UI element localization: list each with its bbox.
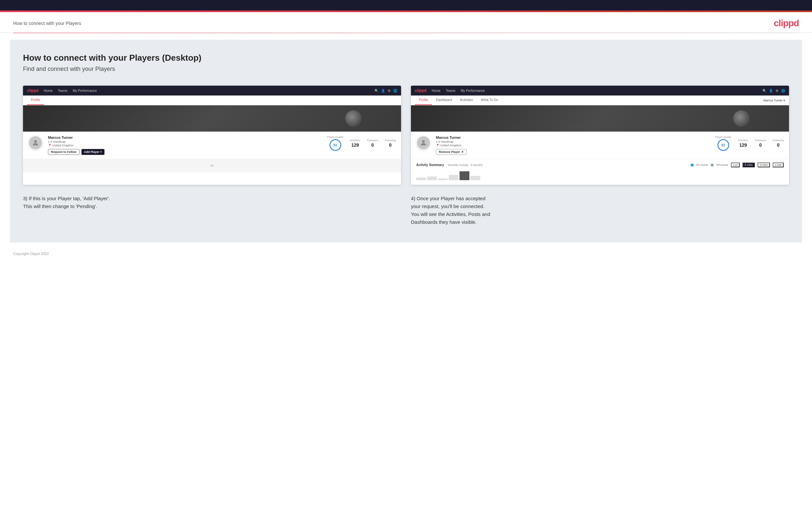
stat-activities-right: Activities 129 [738, 139, 748, 148]
mock-app-right: clippd Home Teams My Performance 🔍 👤 ⚙ 🌐… [411, 86, 789, 185]
player-location-left: 📍 United Kingdom [48, 144, 322, 147]
stat-activities-left: Activities 129 [350, 139, 360, 148]
banner-circle-right [733, 110, 750, 127]
filter-6mths-button[interactable]: 6 mths [742, 162, 755, 167]
svg-point-0 [34, 140, 37, 143]
legend-oncourse-dot [691, 164, 694, 166]
clippd-logo-main: clippd [774, 18, 799, 29]
page-header: How to connect with your Players clippd [0, 12, 812, 33]
stat-following-label-left: Following [385, 139, 396, 142]
user-icon-right: 👤 [769, 89, 773, 93]
description-left-line2: This will then change to 'Pending'. [23, 204, 97, 209]
avatar-left [28, 135, 43, 150]
screenshot-left: clippd Home Teams My Performance 🔍 👤 ⚙ 🌐… [23, 86, 401, 185]
mock-nav-teams-right: Teams [446, 89, 455, 93]
settings-icon-right: ⚙ [775, 89, 778, 93]
mock-nav-performance-left: My Performance [72, 89, 97, 93]
screenshot-right: clippd Home Teams My Performance 🔍 👤 ⚙ 🌐… [411, 86, 789, 185]
mock-nav-home-right: Home [432, 89, 441, 93]
mock-logo-right: clippd [415, 88, 426, 93]
mock-chart-area [416, 170, 784, 181]
filter-3mths-button[interactable]: 3 mths [757, 162, 770, 167]
chart-bar-3 [438, 178, 448, 180]
mock-buttons-left: Request to Follow Add Player + [48, 149, 322, 155]
tab-what-to-on-right[interactable]: What To On [477, 96, 502, 105]
main-heading: How to connect with your Players (Deskto… [23, 53, 789, 63]
mock-nav-teams-left: Teams [58, 89, 67, 93]
stat-following-label-right: Following [773, 139, 784, 142]
mock-nav-home-left: Home [44, 89, 53, 93]
mock-profile-section-right: Marcus Turner 1-5 Handicap 📍 United King… [411, 131, 789, 159]
description-right-line3: You will see the Activities, Posts and [411, 211, 490, 217]
legend-offcourse-dot [711, 164, 713, 166]
top-bar [0, 0, 812, 10]
globe-icon-right: 🌐 [781, 89, 785, 93]
quality-circle-right: 92 [717, 139, 729, 151]
chart-bar-4 [449, 175, 459, 180]
player-name-right: Marcus Turner [436, 135, 710, 139]
request-follow-button[interactable]: Request to Follow [48, 149, 80, 155]
mock-tabs-left-group: Profile Dashboard Activities What To On [415, 96, 502, 105]
activity-filters: On course Off course 1 yr 6 mths 3 mths … [691, 162, 784, 167]
mock-app-left: clippd Home Teams My Performance 🔍 👤 ⚙ 🌐… [23, 86, 401, 172]
dropdown-chevron-icon: ▾ [783, 99, 785, 102]
stat-activities-label-left: Activities [350, 139, 360, 142]
search-icon-right: 🔍 [762, 89, 766, 93]
banner-circle-left [345, 110, 362, 127]
descriptions-row: 3) If this is your Player tap, 'Add Play… [23, 194, 789, 226]
add-player-button[interactable]: Add Player + [82, 149, 105, 155]
activity-subtitle: Monthly Activity · 6 Months [448, 163, 483, 167]
page-footer: Copyright Clippd 2022 [0, 249, 812, 258]
stat-following-left: Following 0 [385, 139, 396, 148]
mock-navbar-right: clippd Home Teams My Performance 🔍 👤 ⚙ 🌐 [411, 86, 789, 96]
mock-tabs-right: Profile Dashboard Activities What To On … [411, 96, 789, 105]
mock-activity: Activity Summary Monthly Activity · 6 Mo… [411, 159, 789, 185]
edit-icon-left: ✏ [210, 163, 214, 168]
chart-bar-6 [470, 176, 480, 180]
stat-activities-label-right: Activities [738, 139, 748, 142]
activity-title: Activity Summary [416, 163, 444, 167]
globe-icon-left: 🌐 [393, 89, 397, 93]
mock-logo-left: clippd [27, 88, 39, 93]
description-right-line2: your request, you'll be connected. [411, 204, 485, 209]
stat-followers-label-right: Followers [755, 139, 766, 142]
quality-wrapper-right: Player Quality 92 [715, 135, 731, 151]
stat-activities-value-left: 129 [350, 143, 360, 148]
quality-label-right: Player Quality [715, 135, 731, 138]
mock-tabs-left: Profile [23, 96, 401, 105]
header-divider [13, 33, 799, 33]
user-icon-left: 👤 [381, 89, 385, 93]
main-subheading: Find and connect with your Players [23, 66, 789, 72]
activity-header: Activity Summary Monthly Activity · 6 Mo… [416, 162, 784, 167]
profile-info-left: Marcus Turner 1-5 Handicap 📍 United King… [48, 135, 322, 155]
player-handicap-left: 1-5 Handicap [48, 140, 322, 144]
quality-wrapper-left: Player Quality 92 [327, 135, 344, 151]
stat-following-right: Following 0 [773, 139, 784, 148]
tab-activities-right[interactable]: Activities [456, 96, 476, 105]
player-name-left: Marcus Turner [48, 135, 322, 139]
tab-profile-left[interactable]: Profile [27, 96, 44, 105]
main-content: How to connect with your Players (Deskto… [10, 40, 802, 242]
mock-nav-performance-right: My Performance [461, 89, 485, 93]
mock-banner-right [411, 105, 789, 131]
chart-bar-1 [416, 177, 426, 180]
chart-bar-2 [427, 177, 437, 180]
user-dropdown-right[interactable]: Marcus Turner ▾ [763, 99, 785, 102]
filter-1mth-button[interactable]: 1 mth [773, 162, 784, 167]
tab-profile-right[interactable]: Profile [415, 96, 432, 105]
description-right: 4) Once your Player has accepted your re… [411, 194, 789, 226]
stat-followers-label-left: Followers [367, 139, 378, 142]
mock-stats-right: Player Quality 92 Activities 129 Followe… [715, 135, 784, 151]
stat-following-value-left: 0 [385, 143, 396, 148]
mock-stats-left: Player Quality 92 Activities 129 Followe… [327, 135, 396, 151]
legend-offcourse-label: Off course [716, 163, 728, 166]
tab-dashboard-right[interactable]: Dashboard [432, 96, 456, 105]
mock-nav-icons-left: 🔍 👤 ⚙ 🌐 [374, 89, 397, 93]
remove-player-button[interactable]: Remove Player ✕ [436, 149, 467, 155]
player-location-right: 📍 United Kingdom [436, 144, 710, 147]
footer-text: Copyright Clippd 2022 [13, 252, 49, 256]
stat-following-value-right: 0 [773, 143, 784, 148]
filter-1yr-button[interactable]: 1 yr [731, 162, 740, 167]
stat-followers-value-left: 0 [367, 143, 378, 148]
stat-followers-value-right: 0 [755, 143, 766, 148]
